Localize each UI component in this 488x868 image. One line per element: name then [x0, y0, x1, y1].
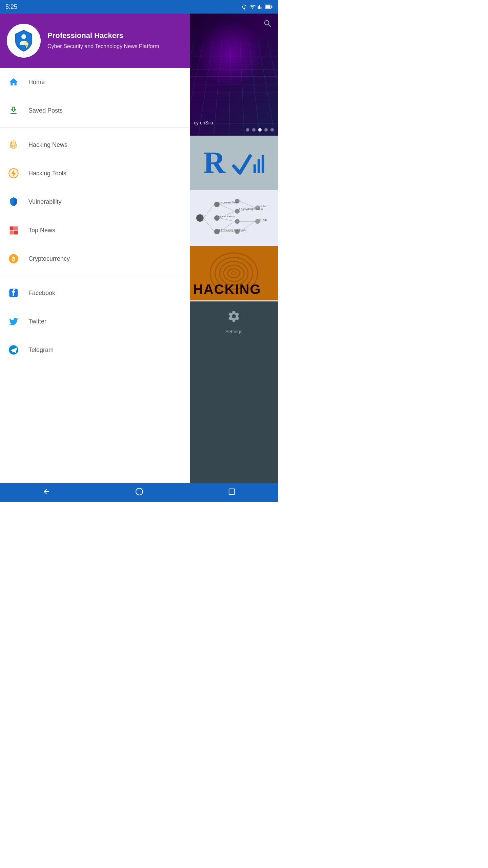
svg-rect-1 [265, 5, 270, 8]
search-button[interactable] [263, 19, 272, 30]
svg-point-58 [231, 272, 236, 275]
dot-3[interactable] [258, 128, 262, 132]
facebook-icon [7, 286, 20, 300]
hero-glow [197, 20, 264, 88]
drawer-section-1: Home Saved Posts [0, 68, 190, 125]
svg-text:4 Overlapping Certs: 4 Overlapping Certs [219, 229, 240, 232]
fingerprint-icon [7, 138, 20, 152]
svg-text:0.4 Overlap Nodes: 0.4 Overlap Nodes [219, 201, 239, 204]
status-time: 5:25 [5, 3, 17, 11]
app-subtitle: Cyber Security and Technology News Platf… [47, 43, 159, 50]
lightning-icon [7, 166, 20, 180]
svg-rect-20 [258, 159, 260, 173]
svg-text:₿: ₿ [12, 256, 15, 262]
sidebar-item-twitter[interactable]: Twitter [0, 307, 190, 336]
drawer-header: Professional Hackers Cyber Security and … [0, 14, 190, 68]
card-settings[interactable]: Settings [190, 301, 278, 342]
home-button[interactable] [128, 485, 150, 500]
svg-text:FI_Adv: FI_Adv [239, 229, 247, 232]
app-name: Professional Hackers [47, 31, 159, 40]
divider-2 [0, 276, 190, 276]
telegram-icon [7, 343, 20, 357]
hero-label: cy enSilo [194, 120, 213, 125]
bottom-nav [0, 483, 278, 502]
cards-area: R [190, 136, 278, 342]
svg-text:IP_Adv: IP_Adv [259, 219, 267, 221]
svg-rect-10 [10, 226, 14, 230]
back-button[interactable] [36, 485, 57, 500]
svg-rect-13 [14, 231, 18, 234]
home-icon [7, 75, 20, 89]
dot-1[interactable] [246, 128, 249, 132]
bitcoin-icon: ₿ [7, 252, 20, 265]
card-rt[interactable]: R [190, 136, 278, 190]
drawer-section-3: Facebook Twitter [0, 279, 190, 364]
drawer-items: Home Saved Posts [0, 68, 190, 483]
gear-icon [227, 310, 241, 326]
recents-button[interactable] [221, 485, 242, 500]
rt-logo-container: R [190, 136, 278, 190]
svg-text:TLS for Search: TLS for Search [219, 215, 235, 218]
main-container: Professional Hackers Cyber Security and … [0, 14, 278, 483]
hacking-card-text: HACKING [193, 282, 261, 297]
hacking-tools-label: Hacking Tools [28, 170, 66, 177]
svg-point-56 [224, 265, 244, 281]
twitter-icon [7, 315, 20, 328]
divider-1 [0, 127, 190, 128]
dot-5[interactable] [270, 128, 274, 132]
svg-text:6 Encrypthng Domains: 6 Encrypthng Domains [239, 208, 263, 211]
slider-dots [246, 128, 274, 132]
svg-rect-60 [229, 489, 235, 494]
signal-icon [258, 4, 263, 10]
status-bar: 5:25 [0, 0, 278, 14]
sidebar-item-top-news[interactable]: Top News [0, 216, 190, 244]
top-news-label: Top News [28, 227, 55, 234]
svg-rect-2 [271, 6, 272, 8]
drawer-section-2: Hacking News Hacking Tools [0, 131, 190, 273]
svg-text:R: R [203, 146, 226, 179]
sidebar-item-home[interactable]: Home [0, 68, 190, 96]
card-hacking[interactable]: HACKING [190, 246, 278, 300]
shield-icon [7, 195, 20, 209]
svg-rect-11 [14, 226, 18, 230]
drawer: Professional Hackers Cyber Security and … [0, 14, 190, 483]
hero-slider: cy enSilo [190, 14, 278, 136]
sidebar-item-hacking-tools[interactable]: Hacking Tools [0, 159, 190, 188]
svg-point-59 [136, 488, 143, 495]
sidebar-item-saved-posts[interactable]: Saved Posts [0, 96, 190, 125]
telegram-label: Telegram [28, 347, 54, 354]
svg-point-29 [235, 219, 240, 224]
cryptocurrency-label: Cryptocurrency [28, 255, 70, 262]
dot-4[interactable] [264, 128, 268, 132]
sidebar-item-telegram[interactable]: Telegram [0, 336, 190, 364]
right-panel: cy enSilo R [190, 14, 278, 483]
vulnerability-label: Vulnerability [28, 198, 61, 205]
card-diagram[interactable]: 0.4 Overlap Nodes TLS for Search 4 Overl… [190, 191, 278, 245]
status-icons [241, 4, 272, 10]
logo-svg [10, 27, 37, 54]
facebook-label: Facebook [28, 290, 55, 297]
sidebar-item-hacking-news[interactable]: Hacking News [0, 131, 190, 159]
drawer-title: Professional Hackers Cyber Security and … [47, 31, 159, 50]
save-icon [7, 104, 20, 117]
settings-label: Settings [225, 329, 243, 334]
svg-rect-19 [253, 164, 256, 173]
twitter-label: Twitter [28, 318, 46, 325]
svg-point-23 [197, 215, 203, 221]
svg-rect-12 [10, 231, 14, 234]
saved-posts-label: Saved Posts [28, 107, 63, 114]
sidebar-item-cryptocurrency[interactable]: ₿ Cryptocurrency [0, 244, 190, 273]
rt-logo-svg: R [200, 146, 268, 180]
sidebar-item-vulnerability[interactable]: Vulnerability [0, 188, 190, 216]
hacking-news-label: Hacking News [28, 141, 67, 149]
home-label: Home [28, 79, 45, 86]
diagram-svg: 0.4 Overlap Nodes TLS for Search 4 Overl… [190, 191, 278, 245]
dot-2[interactable] [252, 128, 256, 132]
sync-icon [241, 4, 247, 10]
svg-point-57 [228, 269, 240, 278]
battery-icon [265, 4, 272, 9]
sidebar-item-facebook[interactable]: Facebook [0, 279, 190, 307]
svg-text:41.Adv: 41.Adv [259, 205, 267, 208]
app-logo [7, 24, 41, 58]
svg-point-4 [21, 34, 26, 39]
